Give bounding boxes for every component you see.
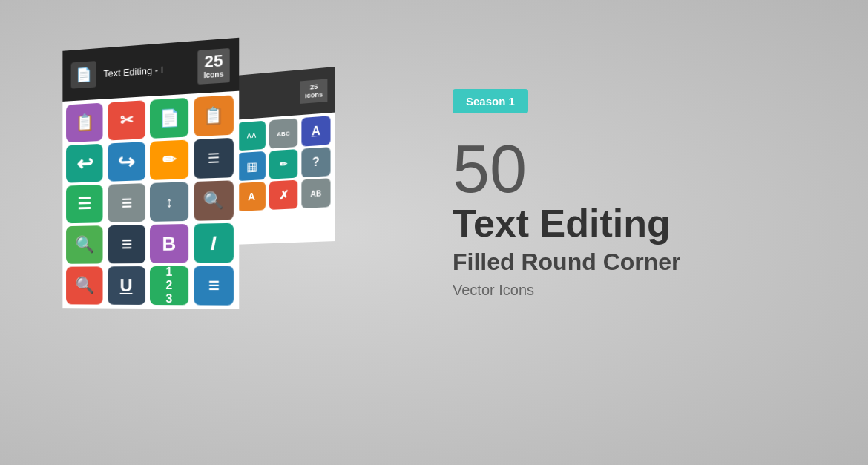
b1-icon-14: ☰ xyxy=(108,225,145,263)
b2-icon-3: AA xyxy=(237,121,266,151)
b1-icon-3: 📄 xyxy=(150,98,188,139)
b1-icon-12: 🔍 xyxy=(194,180,234,220)
b1-icon-2: ✂ xyxy=(108,100,145,140)
book1: 📄 Text Editing - I 25 icons 📋 ✂ 📄 📋 ↩ ↪ … xyxy=(62,38,239,419)
product-title-desc: Vector Icons xyxy=(453,282,823,299)
b1-icon-15: B xyxy=(150,224,188,263)
b2-icon-13: A xyxy=(237,182,266,211)
b1-icon-18: U xyxy=(108,266,145,305)
b1-icon-8: ☰ xyxy=(194,138,234,179)
b1-icon-17: 🔍 xyxy=(66,266,102,304)
b2-icon-4: ABC xyxy=(269,118,297,148)
b1-icon-5: ↩ xyxy=(66,144,102,183)
b1-icon-13: 🔍 xyxy=(66,225,102,264)
b1-icon-16: I xyxy=(194,223,234,263)
b2-icon-9: ✏ xyxy=(269,149,297,179)
book1-grid: 📋 ✂ 📄 📋 ↩ ↪ ✏ ☰ ☰ ☰ ↕ 🔍 🔍 ☰ B I 🔍 U 123 … xyxy=(62,91,239,309)
b2-icon-10: ? xyxy=(301,147,330,177)
scene: Text Editing - II 25 icons 🔖 🖌 AA ABC A … xyxy=(59,44,475,430)
product-title-sub: Filled Round Corner xyxy=(453,248,823,276)
b1-icon-1: 📋 xyxy=(66,103,102,143)
b1-icon-4: 📋 xyxy=(194,95,234,136)
b1-icon-11: ↕ xyxy=(150,182,188,222)
b1-icon-20: ☰ xyxy=(194,266,234,305)
product-title-main: Text Editing xyxy=(453,202,823,245)
book1-header-icon: 📄 xyxy=(71,61,96,89)
b1-icon-6: ↪ xyxy=(108,142,145,182)
b2-icon-5: A xyxy=(301,116,330,146)
book1-count: 25 icons xyxy=(197,47,229,84)
b2-icon-15: AB xyxy=(301,178,330,208)
b2-icon-8: ▦ xyxy=(237,151,266,181)
right-content: Season 1 50 Text Editing Filled Round Co… xyxy=(453,89,823,299)
b1-icon-9: ☰ xyxy=(66,185,102,223)
b2-icon-14: ✗ xyxy=(269,180,297,210)
book2-count: 25 icons xyxy=(300,79,328,104)
b1-icon-19: 123 xyxy=(150,266,188,306)
b1-icon-7: ✏ xyxy=(150,140,188,180)
b1-icon-10: ☰ xyxy=(108,183,145,222)
book1-title: Text Editing - I xyxy=(96,62,197,79)
season-badge: Season 1 xyxy=(453,89,528,113)
icon-count: 50 xyxy=(453,136,823,202)
